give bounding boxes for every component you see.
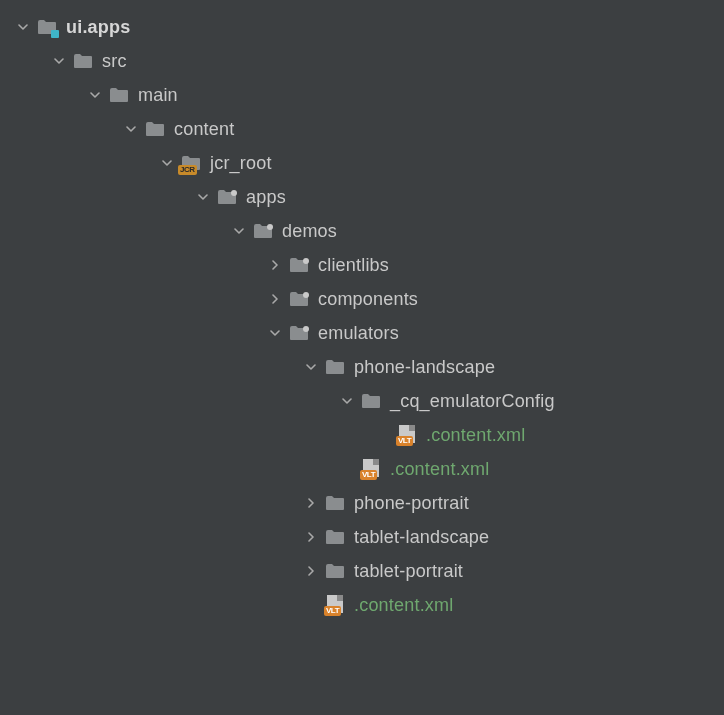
tree-row[interactable]: src <box>0 44 724 78</box>
package-folder-icon <box>252 221 274 241</box>
folder-icon <box>324 561 346 581</box>
tree-row[interactable]: content <box>0 112 724 146</box>
chevron-right-icon[interactable] <box>266 256 284 274</box>
chevron-down-icon[interactable] <box>122 120 140 138</box>
vlt-badge: VLT <box>396 436 413 446</box>
vlt-badge: VLT <box>324 606 341 616</box>
package-folder-icon <box>288 255 310 275</box>
chevron-down-icon[interactable] <box>50 52 68 70</box>
chevron-down-icon[interactable] <box>266 324 284 342</box>
tree-node-label: .content.xml <box>426 425 525 446</box>
chevron-down-icon[interactable] <box>194 188 212 206</box>
chevron-right-icon[interactable] <box>302 562 320 580</box>
chevron-down-icon[interactable] <box>86 86 104 104</box>
project-tree: ui.appssrcmaincontentJCRjcr_rootappsdemo… <box>0 10 724 622</box>
tree-row[interactable]: phone-landscape <box>0 350 724 384</box>
vlt-file-icon: VLT <box>360 459 382 479</box>
jcr-root-folder-icon: JCR <box>180 153 202 173</box>
tree-row[interactable]: _cq_emulatorConfig <box>0 384 724 418</box>
chevron-right-icon[interactable] <box>302 494 320 512</box>
tree-row[interactable]: VLT.content.xml <box>0 588 724 622</box>
tree-row[interactable]: emulators <box>0 316 724 350</box>
tree-row[interactable]: main <box>0 78 724 112</box>
tree-row[interactable]: components <box>0 282 724 316</box>
tree-node-label: .content.xml <box>354 595 453 616</box>
chevron-down-icon[interactable] <box>158 154 176 172</box>
package-folder-icon <box>216 187 238 207</box>
tree-node-label: apps <box>246 187 286 208</box>
tree-node-label: tablet-portrait <box>354 561 463 582</box>
tree-row[interactable]: ui.apps <box>0 10 724 44</box>
tree-row[interactable]: VLT.content.xml <box>0 452 724 486</box>
tree-row[interactable]: tablet-landscape <box>0 520 724 554</box>
tree-node-label: clientlibs <box>318 255 389 276</box>
chevron-down-icon[interactable] <box>230 222 248 240</box>
tree-row[interactable]: clientlibs <box>0 248 724 282</box>
tree-node-label: content <box>174 119 234 140</box>
vlt-file-icon: VLT <box>396 425 418 445</box>
folder-icon <box>108 85 130 105</box>
tree-node-label: ui.apps <box>66 17 130 38</box>
folder-icon <box>144 119 166 139</box>
tree-node-label: tablet-landscape <box>354 527 489 548</box>
package-folder-icon <box>288 323 310 343</box>
chevron-down-icon[interactable] <box>338 392 356 410</box>
tree-node-label: .content.xml <box>390 459 489 480</box>
folder-icon <box>72 51 94 71</box>
chevron-down-icon[interactable] <box>14 18 32 36</box>
vlt-file-icon: VLT <box>324 595 346 615</box>
tree-node-label: demos <box>282 221 337 242</box>
tree-row[interactable]: VLT.content.xml <box>0 418 724 452</box>
tree-node-label: main <box>138 85 178 106</box>
package-folder-icon <box>288 289 310 309</box>
tree-row[interactable]: tablet-portrait <box>0 554 724 588</box>
chevron-right-icon[interactable] <box>302 528 320 546</box>
chevron-down-icon[interactable] <box>302 358 320 376</box>
folder-icon <box>324 357 346 377</box>
chevron-right-icon[interactable] <box>266 290 284 308</box>
vlt-badge: VLT <box>360 470 377 480</box>
tree-row[interactable]: JCRjcr_root <box>0 146 724 180</box>
tree-node-label: phone-landscape <box>354 357 495 378</box>
tree-node-label: emulators <box>318 323 399 344</box>
tree-node-label: _cq_emulatorConfig <box>390 391 555 412</box>
tree-node-label: jcr_root <box>210 153 272 174</box>
folder-icon <box>360 391 382 411</box>
tree-node-label: src <box>102 51 127 72</box>
tree-row[interactable]: demos <box>0 214 724 248</box>
folder-icon <box>324 493 346 513</box>
tree-row[interactable]: phone-portrait <box>0 486 724 520</box>
tree-node-label: components <box>318 289 418 310</box>
tree-row[interactable]: apps <box>0 180 724 214</box>
tree-node-label: phone-portrait <box>354 493 469 514</box>
module-folder-icon <box>36 17 58 37</box>
folder-icon <box>324 527 346 547</box>
